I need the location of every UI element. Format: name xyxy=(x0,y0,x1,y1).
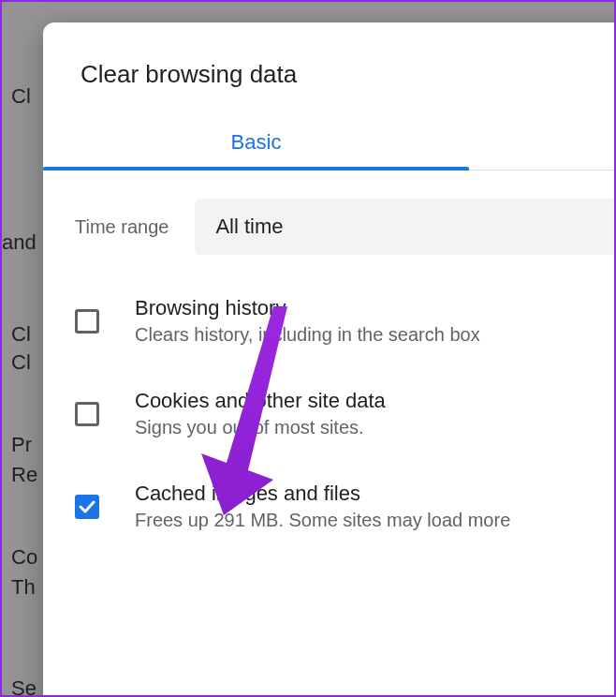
option-desc: Signs you out of most sites. xyxy=(135,417,616,438)
time-range-label: Time range xyxy=(75,216,169,238)
options-list: Browsing history Clears history, includi… xyxy=(43,277,616,556)
bg-text: Re xyxy=(11,463,37,487)
option-browsing-history[interactable]: Browsing history Clears history, includi… xyxy=(75,277,616,370)
time-range-value: All time xyxy=(215,215,283,239)
bg-text: Cl xyxy=(11,84,31,109)
time-range-select[interactable]: All time xyxy=(195,199,616,255)
option-cached-images[interactable]: Cached images and files Frees up 291 MB.… xyxy=(75,463,616,556)
time-range-row: Time range All time xyxy=(43,171,616,277)
option-cookies[interactable]: Cookies and other site data Signs you ou… xyxy=(75,370,616,463)
tabs: Basic xyxy=(43,117,616,171)
option-desc: Frees up 291 MB. Some sites may load mor… xyxy=(135,510,616,531)
checkbox-cookies[interactable] xyxy=(75,402,99,426)
bg-text: Pr xyxy=(11,433,32,457)
option-title: Cookies and other site data xyxy=(135,389,616,413)
bg-text: Cl xyxy=(11,350,31,375)
option-desc: Clears history, including in the search … xyxy=(135,324,616,346)
checkbox-browsing-history[interactable] xyxy=(75,309,99,334)
checkbox-cached-images[interactable] xyxy=(75,495,99,519)
bg-text: Se xyxy=(11,676,37,697)
option-title: Browsing history xyxy=(135,296,616,320)
dialog-title: Clear browsing data xyxy=(43,22,616,117)
bg-text: Co xyxy=(11,545,37,570)
option-title: Cached images and files xyxy=(135,482,616,506)
tab-basic[interactable]: Basic xyxy=(43,117,469,170)
bg-text: Th xyxy=(11,575,36,600)
bg-text: Cl xyxy=(11,322,31,347)
bg-text: and xyxy=(2,230,37,255)
clear-browsing-data-dialog: Clear browsing data Basic Time range All… xyxy=(43,22,616,697)
